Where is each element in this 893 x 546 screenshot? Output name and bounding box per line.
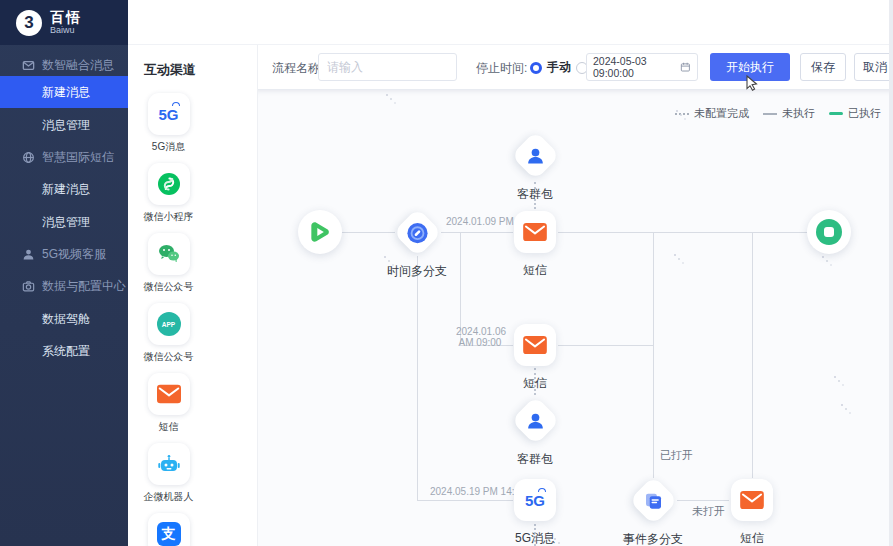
node-end[interactable] <box>807 210 851 254</box>
node-start[interactable] <box>298 210 342 254</box>
channel-label: 微信公众号 <box>144 280 194 294</box>
node-label: 短信 <box>523 262 547 279</box>
channel-wecom-robot[interactable]: 企微机器人 <box>144 443 193 504</box>
sidebar-section-data-config-center[interactable]: 数据与配置中心 <box>0 270 128 302</box>
edge <box>677 500 729 501</box>
sidebar-item-label: 消息管理 <box>42 214 90 231</box>
sidebar-item-label: 新建消息 <box>42 181 90 198</box>
legend-green-line <box>829 112 843 115</box>
event-branch-icon <box>643 490 663 510</box>
node-label: 5G消息 <box>515 530 555 546</box>
sidebar-section-5g-video-service[interactable]: 5G视频客服 <box>0 238 128 270</box>
sidebar-item-new-message-1[interactable]: 新建消息 <box>0 76 128 108</box>
canvas-dots <box>834 376 836 378</box>
node-label: 客群包 <box>517 186 553 203</box>
window-scrollbar-track[interactable] <box>889 0 893 546</box>
edge <box>417 256 418 500</box>
sidebar-item-message-manage-1[interactable]: 消息管理 <box>0 109 128 141</box>
run-button[interactable]: 开始执行 <box>710 53 790 81</box>
node-time-branch[interactable]: 时间多分支 <box>387 210 447 280</box>
alipay-icon: 支 <box>157 522 181 546</box>
save-button-label: 保存 <box>811 59 835 76</box>
node-sms-1[interactable]: 短信 <box>514 211 556 279</box>
edge-label-time3: 2024.05.19 PM 14:00 <box>430 486 526 497</box>
edge <box>417 500 513 501</box>
flow-name-input[interactable] <box>318 53 457 81</box>
sidebar-item-system-config[interactable]: 系统配置 <box>0 335 128 367</box>
channel-label: 微信公众号 <box>144 350 194 364</box>
cancel-button[interactable]: 取消 <box>854 53 893 81</box>
legend-solid-line <box>763 113 777 115</box>
sidebar-item-label: 数据驾舱 <box>42 311 90 328</box>
channels-title: 互动渠道 <box>144 61 243 79</box>
node-label: 短信 <box>740 530 764 546</box>
radio-manual[interactable]: 手动 <box>530 59 571 76</box>
baiwu-logo-icon: 3 <box>16 10 42 36</box>
sidebar-item-message-manage-2[interactable]: 消息管理 <box>0 206 128 238</box>
node-sms-2[interactable]: 短信 <box>514 324 556 392</box>
logo-title: 百悟 <box>50 10 82 25</box>
run-button-label: 开始执行 <box>726 59 774 76</box>
canvas-dots <box>676 110 678 112</box>
channel-alipay[interactable]: 支 支付宝 <box>144 513 193 546</box>
edge <box>558 232 807 233</box>
person-icon <box>22 248 35 261</box>
channel-sms[interactable]: 短信 <box>144 373 193 434</box>
node-event-branch[interactable]: 事件多分支 <box>623 478 683 546</box>
node-label: 客群包 <box>517 451 553 468</box>
5g-icon: 5G <box>525 492 545 509</box>
legend: 未配置完成 未执行 已执行 <box>675 106 881 121</box>
datetime-picker[interactable]: 2024-05-03 09:00:00 <box>586 53 698 81</box>
wechat-icon <box>157 242 181 266</box>
mail-icon <box>22 59 35 72</box>
edge <box>441 232 513 233</box>
edge <box>558 345 653 346</box>
sidebar-item-label: 消息管理 <box>42 117 90 134</box>
sms-envelope-icon <box>157 382 181 406</box>
sms-envelope-icon <box>523 222 547 242</box>
app-circle-icon: APP <box>157 312 181 336</box>
sms-envelope-icon <box>740 490 764 510</box>
channel-panel: 互动渠道 5G 5G消息 微信小程序 微信公众号 APP 微信公众号 短信 企微… <box>128 45 258 546</box>
5g-icon: 5G <box>158 106 178 123</box>
sidebar-item-label: 系统配置 <box>42 343 90 360</box>
sidebar-section-label: 5G视频客服 <box>42 246 106 263</box>
node-group-package-2[interactable]: 客群包 <box>511 398 559 468</box>
edge-label-opened: 已打开 <box>660 448 693 463</box>
channel-wechat-official-app[interactable]: APP 微信公众号 <box>144 303 193 364</box>
top-header-band <box>128 0 893 45</box>
node-sms-3[interactable]: 短信 <box>731 479 773 546</box>
sidebar-item-data-cockpit[interactable]: 数据驾舱 <box>0 303 128 335</box>
cancel-button-label: 取消 <box>863 59 887 76</box>
group-person-icon <box>524 144 546 166</box>
globe-icon <box>22 151 35 164</box>
sms-envelope-icon <box>523 335 547 355</box>
canvas-dots <box>386 94 388 96</box>
legend-executed-label: 已执行 <box>848 106 881 121</box>
toolbar: 流程名称: 停止时间: 手动 自动 2024-05-03 09:00:00 开始… <box>258 45 893 90</box>
start-play-icon <box>307 219 333 245</box>
node-group-package-1[interactable]: 客群包 <box>511 133 559 203</box>
canvas-dots <box>822 256 824 258</box>
sidebar: 3 百悟 Baiwu 数智融合消息 新建消息 消息管理 智慧国际短信 新建消息 … <box>0 0 128 546</box>
edge <box>752 232 753 478</box>
channel-grid: 5G 5G消息 微信小程序 微信公众号 APP 微信公众号 短信 企微机器人 支… <box>144 93 243 546</box>
flow-canvas[interactable]: 未配置完成 未执行 已执行 2024.01.09 PM 14:00 2024.0… <box>258 90 893 546</box>
channel-label: 企微机器人 <box>144 490 194 504</box>
sidebar-section-intl-sms[interactable]: 智慧国际短信 <box>0 141 128 173</box>
datetime-value: 2024-05-03 09:00:00 <box>593 55 680 79</box>
legend-not-executed-label: 未执行 <box>782 106 815 121</box>
legend-dotted-line <box>675 113 689 115</box>
channel-5g-message[interactable]: 5G 5G消息 <box>144 93 193 154</box>
sidebar-section-label: 数智融合消息 <box>42 57 114 74</box>
save-button[interactable]: 保存 <box>800 53 846 81</box>
radio-selected-icon <box>530 62 542 74</box>
sidebar-item-new-message-2[interactable]: 新建消息 <box>0 173 128 205</box>
channel-miniprogram[interactable]: 微信小程序 <box>144 163 193 224</box>
channel-wechat-official[interactable]: 微信公众号 <box>144 233 193 294</box>
canvas-dots <box>384 256 386 258</box>
node-5g-message[interactable]: 5G 5G消息 <box>514 479 556 546</box>
sidebar-section-label: 智慧国际短信 <box>42 149 114 166</box>
channel-label: 短信 <box>159 420 179 434</box>
logo: 3 百悟 Baiwu <box>0 0 128 45</box>
